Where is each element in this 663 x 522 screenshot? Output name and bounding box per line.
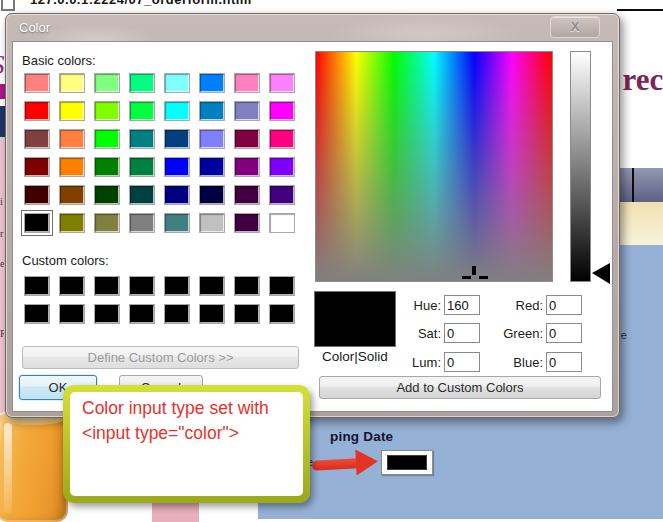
color-swatch[interactable] [164,213,190,233]
color-swatch[interactable] [234,73,260,93]
color-swatch[interactable] [199,185,225,205]
dialog-content: Basic colors: Custom colors: Define Cust… [12,41,613,412]
color-swatch[interactable] [234,185,260,205]
color-swatch[interactable] [24,129,50,149]
color-swatch[interactable] [24,276,50,296]
color-swatch[interactable] [164,304,190,324]
color-swatch[interactable] [234,213,260,233]
left-edge-text-fragment: e [0,258,4,268]
color-swatch[interactable] [59,101,85,121]
color-swatch[interactable] [269,157,295,177]
lum-field[interactable] [444,352,480,372]
color-swatch[interactable] [199,129,225,149]
color-swatch[interactable] [164,185,190,205]
screenshot-stage: 127.0.0.1:2224/07_orderform.html e rec S… [0,0,663,522]
color-swatch[interactable] [164,101,190,121]
color-swatch[interactable] [199,73,225,93]
color-swatch[interactable] [164,129,190,149]
color-swatch[interactable] [129,304,155,324]
custom-colors-label: Custom colors: [22,253,109,268]
color-swatch[interactable] [269,213,295,233]
color-swatch[interactable] [24,157,50,177]
sat-label: Sat: [393,326,441,341]
color-swatch[interactable] [129,276,155,296]
color-swatch[interactable] [59,129,85,149]
annotation-text: Color input type set with <input type="c… [82,396,269,445]
color-swatch[interactable] [59,157,85,177]
color-swatch[interactable] [59,185,85,205]
url-text: 127.0.0.1:2224/07_orderform.html [30,0,340,7]
color-swatch[interactable] [199,157,225,177]
color-swatch[interactable] [269,73,295,93]
page-rule-line [617,9,663,11]
color-swatch[interactable] [129,157,155,177]
color-input-current-color [387,455,427,470]
color-swatch[interactable] [24,101,50,121]
color-swatch[interactable] [164,276,190,296]
red-arrow-icon [311,448,378,477]
color-swatch[interactable] [199,276,225,296]
color-swatch[interactable] [199,101,225,121]
color-swatch[interactable] [199,213,225,233]
color-swatch[interactable] [269,276,295,296]
annotation-line-2: <input type="color"> [82,421,269,446]
red-arrow-tail [312,458,358,470]
color-swatch[interactable] [234,101,260,121]
color-swatch[interactable] [234,304,260,324]
color-swatch[interactable] [164,73,190,93]
color-swatch[interactable] [59,213,85,233]
color-swatch[interactable] [24,185,50,205]
custom-colors-grid [24,276,295,324]
color-swatch[interactable] [129,101,155,121]
green-label: Green: [483,326,543,341]
dialog-title: Color [19,20,50,35]
color-swatch[interactable] [94,276,120,296]
define-custom-colors-button[interactable]: Define Custom Colors >> [22,346,299,369]
color-swatch[interactable] [129,129,155,149]
color-input-swatch[interactable] [381,450,433,475]
color-swatch[interactable] [59,276,85,296]
blue-field[interactable] [546,352,582,372]
color-swatch[interactable] [234,157,260,177]
color-swatch[interactable] [24,213,50,233]
sat-field[interactable] [444,323,480,343]
luminance-slider-arrow[interactable] [592,263,610,284]
color-swatch[interactable] [94,304,120,324]
color-swatch[interactable] [269,129,295,149]
color-swatch[interactable] [94,73,120,93]
hue-saturation-field[interactable] [315,51,553,282]
color-swatch[interactable] [269,304,295,324]
left-edge-text-fragment: i [0,196,4,206]
color-swatch[interactable] [129,185,155,205]
color-swatch[interactable] [94,213,120,233]
color-swatch[interactable] [129,213,155,233]
color-swatch[interactable] [269,101,295,121]
color-swatch[interactable] [94,129,120,149]
add-to-custom-colors-button[interactable]: Add to Custom Colors [319,376,601,399]
color-swatch[interactable] [164,157,190,177]
hue-sat-marker [472,266,476,275]
color-swatch[interactable] [234,129,260,149]
color-swatch[interactable] [94,157,120,177]
hue-sat-marker [479,276,488,279]
clipped-checkbox-fragment [1,0,15,11]
color-swatch[interactable] [24,73,50,93]
color-swatch[interactable] [94,185,120,205]
color-swatch[interactable] [59,73,85,93]
pink-block [152,503,199,522]
luminance-bar[interactable] [570,51,591,282]
color-dialog: Color X Basic colors: Custom colors: Def… [5,13,620,418]
color-swatch[interactable] [59,304,85,324]
table-column-divider [632,168,634,202]
color-swatch[interactable] [94,101,120,121]
color-swatch[interactable] [129,73,155,93]
color-swatch[interactable] [24,304,50,324]
red-field[interactable] [546,295,582,315]
green-field[interactable] [546,323,582,343]
color-swatch[interactable] [269,185,295,205]
color-swatch[interactable] [199,304,225,324]
close-icon[interactable]: X [550,16,600,38]
color-swatch[interactable] [234,276,260,296]
hue-field[interactable] [444,295,480,315]
hue-sat-marker [462,276,471,279]
